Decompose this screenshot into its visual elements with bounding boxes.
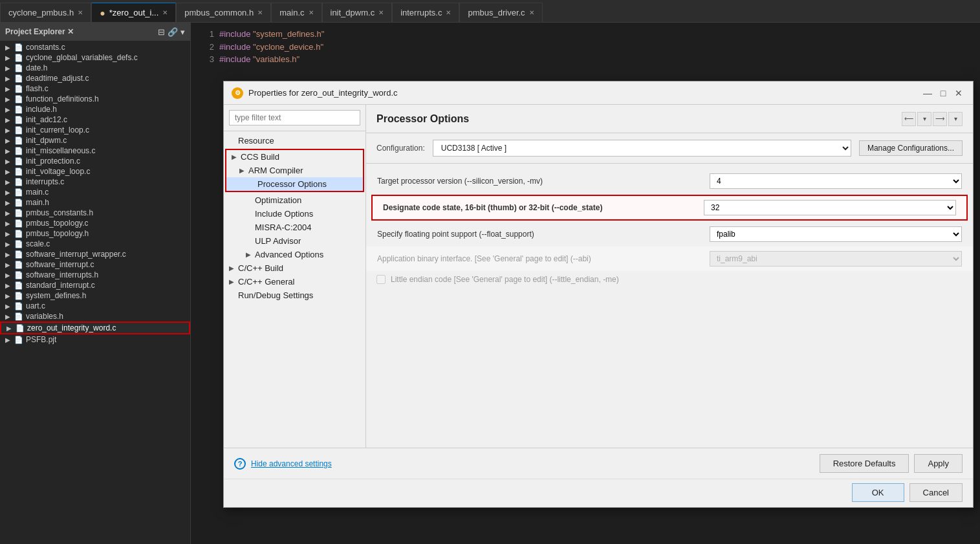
help-icon[interactable]: ? (234, 458, 246, 470)
tree-item-psfb[interactable]: ▶ 📄 PSFB.pjt (0, 334, 190, 345)
tree-item-main-h[interactable]: ▶ 📄 main.h (0, 197, 190, 208)
cancel-button[interactable]: Cancel (909, 483, 963, 502)
option-select-code-state[interactable]: 32 (704, 200, 956, 215)
tree-item-flash[interactable]: ▶ 📄 flash.c (0, 83, 190, 94)
file-icon: 📄 (14, 105, 23, 114)
nav-item-run-debug[interactable]: Run/Debug Settings (224, 288, 365, 302)
tree-item-function-defs[interactable]: ▶ 📄 function_definitions.h (0, 94, 190, 104)
dialog-ok-cancel-row: OK Cancel (224, 479, 973, 507)
tree-item-zero-out[interactable]: ▶ 📄 zero_out_integrity_word.c (0, 321, 190, 334)
tree-item-label: init_protection.c (26, 157, 80, 166)
link-icon[interactable]: 🔗 (168, 27, 178, 37)
tree-item-main-c[interactable]: ▶ 📄 main.c (0, 187, 190, 197)
tree-item-pmbus-constants[interactable]: ▶ 📄 pmbus_constants.h (0, 208, 190, 218)
tab-close-icon[interactable]: ✕ (257, 9, 263, 16)
tree-item-init-voltage[interactable]: ▶ 📄 init_voltage_loop.c (0, 166, 190, 177)
option-select-float-support[interactable]: fpalib (710, 226, 962, 242)
tree-item-init-current[interactable]: ▶ 📄 init_current_loop.c (0, 125, 190, 135)
manage-configurations-button[interactable]: Manage Configurations... (859, 140, 963, 156)
option-select-target-processor[interactable]: 4 (710, 173, 962, 189)
file-icon: 📄 (14, 64, 23, 72)
filter-input[interactable] (229, 110, 360, 125)
file-icon: 📄 (16, 324, 25, 332)
option-row-little-endian: Little endian code [See 'General' page t… (366, 271, 973, 288)
nav-item-arm-compiler[interactable]: ▶ ARM Compiler (226, 164, 363, 177)
nav-dropdown-button[interactable]: ▾ (917, 112, 931, 126)
tree-item-init-protection[interactable]: ▶ 📄 init_protection.c (0, 156, 190, 166)
nav-item-ulp-advisor[interactable]: ULP Advisor (224, 234, 365, 248)
nav-item-cpp-build[interactable]: ▶ C/C++ Build (224, 261, 365, 275)
file-icon: 📄 (14, 199, 23, 207)
tab-close-icon[interactable]: ✕ (78, 9, 83, 16)
tree-item-sw-int-wrapper[interactable]: ▶ 📄 software_interrupt_wrapper.c (0, 249, 190, 259)
collapse-icon[interactable]: ⊟ (158, 27, 165, 37)
tab-zero-out[interactable]: ● *zero_out_i... ✕ (91, 3, 176, 22)
tree-item-label: init_voltage_loop.c (26, 167, 90, 176)
tab-close-icon[interactable]: ✕ (162, 9, 168, 16)
nav-item-ccs-build[interactable]: ▶ CCS Build (226, 150, 363, 164)
maximize-button[interactable]: □ (937, 87, 950, 100)
tree-item-init-dpwm[interactable]: ▶ 📄 init_dpwm.c (0, 135, 190, 146)
tab-close-icon[interactable]: ✕ (309, 9, 314, 16)
close-button[interactable]: ✕ (952, 87, 965, 100)
nav-back-button[interactable]: ⟵ (902, 112, 916, 126)
tree-item-init-misc[interactable]: ▶ 📄 init_miscellaneous.c (0, 146, 190, 156)
project-explorer: Project Explorer ✕ ⊟ 🔗 ▾ ▶ 📄 constants.c… (0, 23, 191, 544)
expand-arrow: ▶ (5, 106, 14, 113)
configuration-select[interactable]: UCD3138 [ Active ] (433, 140, 851, 157)
tree-item-constants-c[interactable]: ▶ 📄 constants.c (0, 42, 190, 52)
tree-item-date-h[interactable]: ▶ 📄 date.h (0, 63, 190, 73)
tab-close-icon[interactable]: ✕ (529, 9, 534, 16)
nav-item-optimization[interactable]: Optimization (224, 193, 365, 207)
expand-arrow: ▶ (5, 44, 14, 51)
tree-item-init-adc12[interactable]: ▶ 📄 init_adc12.c (0, 114, 190, 125)
hide-advanced-settings-link[interactable]: Hide advanced settings (251, 459, 332, 468)
editor-area[interactable]: 1 #include "system_defines.h" 2 #include… (191, 23, 980, 544)
tab-init-dpwm[interactable]: init_dpwm.c ✕ (322, 3, 393, 22)
tree-item-pmbus-topology-h[interactable]: ▶ 📄 pmbus_topology.h (0, 228, 190, 239)
tree-item-pmbus-topology-c[interactable]: ▶ 📄 pmbus_topology.c (0, 218, 190, 228)
tree-item-scale[interactable]: ▶ 📄 scale.c (0, 239, 190, 249)
tree-item-label: pmbus_topology.h (26, 229, 89, 238)
tab-pmbus-common[interactable]: pmbus_common.h ✕ (176, 3, 271, 22)
tree-item-uart[interactable]: ▶ 📄 uart.c (0, 301, 190, 311)
tree-item-standard-int[interactable]: ▶ 📄 standard_interrupt.c (0, 280, 190, 290)
tab-label: init_dpwm.c (331, 8, 375, 17)
tab-interrupts[interactable]: interrupts.c ✕ (392, 3, 459, 22)
file-icon: 📄 (14, 250, 23, 259)
nav-item-misra[interactable]: MISRA-C:2004 (224, 221, 365, 234)
tree-item-sw-ints-h[interactable]: ▶ 📄 software_interrupts.h (0, 270, 190, 280)
tree-item-sw-int-c[interactable]: ▶ 📄 software_interrupt.c (0, 259, 190, 270)
nav-item-include-options[interactable]: Include Options (224, 207, 365, 221)
ok-button[interactable]: OK (852, 483, 904, 502)
nav-forward-dropdown-button[interactable]: ▾ (948, 112, 963, 126)
modified-indicator: ● (100, 8, 105, 18)
tree-item-cyclone-global[interactable]: ▶ 📄 cyclone_global_variables_defs.c (0, 52, 190, 63)
left-panel: Resource ▶ CCS Build ▶ ARM Compi (224, 105, 366, 448)
nav-expand-arrow: ▶ (239, 167, 248, 174)
tab-cyclone-pmbus-h[interactable]: cyclone_pmbus.h ✕ (0, 3, 91, 22)
minimize-button[interactable]: — (921, 87, 934, 100)
nav-item-advanced-options[interactable]: ▶ Advanced Options (224, 248, 365, 261)
apply-button[interactable]: Apply (914, 454, 963, 473)
tab-main-c[interactable]: main.c ✕ (271, 3, 321, 22)
tab-close-icon[interactable]: ✕ (446, 9, 451, 16)
tree-item-interrupts[interactable]: ▶ 📄 interrupts.c (0, 177, 190, 187)
tab-label: main.c (279, 8, 304, 17)
tab-pmbus-driver[interactable]: pmbus_driver.c ✕ (459, 3, 542, 22)
expand-arrow: ▶ (5, 210, 14, 217)
restore-defaults-button[interactable]: Restore Defaults (820, 454, 909, 473)
nav-item-resource[interactable]: Resource (224, 134, 365, 147)
nav-item-label: Processor Options (257, 179, 327, 189)
tab-close-icon[interactable]: ✕ (378, 9, 384, 16)
nav-forward-button[interactable]: ⟶ (933, 112, 947, 126)
tree-item-deadtime[interactable]: ▶ 📄 deadtime_adjust.c (0, 73, 190, 83)
view-menu-icon[interactable]: ▾ (180, 27, 185, 37)
ide-container: cyclone_pmbus.h ✕ ● *zero_out_i... ✕ pmb… (0, 0, 980, 544)
tree-item-system-defines[interactable]: ▶ 📄 system_defines.h (0, 290, 190, 301)
nav-item-processor-options[interactable]: Processor Options (226, 177, 363, 191)
filter-box (224, 105, 365, 131)
nav-item-cpp-general[interactable]: ▶ C/C++ General (224, 275, 365, 288)
tree-item-include-h[interactable]: ▶ 📄 include.h (0, 104, 190, 114)
tree-item-variables-h[interactable]: ▶ 📄 variables.h (0, 311, 190, 321)
